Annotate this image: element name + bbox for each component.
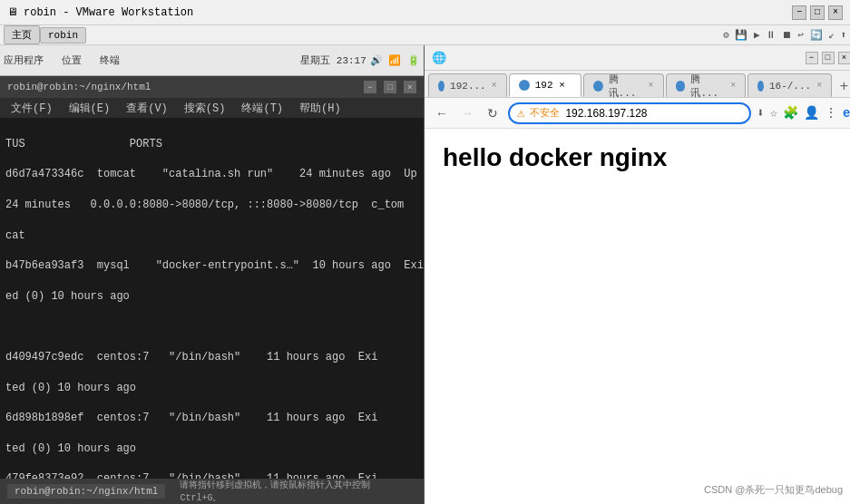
reload-button[interactable]: ↻ [483,103,503,123]
terminal-line: d6d7a473346c tomcat "catalina.sh run" 24… [5,167,418,182]
browser-icon-left: 🌐 [432,51,446,65]
terminal-menu-terminal[interactable]: 终端(T) [234,99,290,118]
forward-button[interactable]: → [457,103,477,123]
terminal-menu-file[interactable]: 文件(F) [4,99,60,118]
more-icon[interactable]: ⋮ [825,105,837,121]
datetime-display: 星期五 23:17 [300,53,366,67]
tab-close-1[interactable]: × [492,81,497,91]
terminal-menu-search[interactable]: 搜索(S) [177,99,233,118]
tab-favicon-1 [438,81,445,92]
address-bar-wrapper[interactable]: ⚠ 不安全 [508,102,751,124]
terminal-titlebar-right: − □ × [364,81,416,93]
terminal-menu-view[interactable]: 查看(V) [119,99,175,118]
browser-tab-2[interactable]: 192 × [509,73,581,97]
app-menu-items: 应用程序 位置 终端 [4,53,120,67]
vmware-titlebar-right: − □ × [792,5,843,20]
terminal-line: cat [5,228,418,244]
tab-label-5: 16-/... [769,81,811,92]
terminal-line: TUS PORTS NAMES [5,137,418,152]
terminal-menu-edit[interactable]: 编辑(E) [62,99,118,118]
browser-tab-1[interactable]: 192... × [428,73,507,97]
browser-right-icons: ⬇ ☆ 🧩 👤 ⋮ e [757,105,850,121]
tab-label-4: 腾讯... [690,73,725,100]
tab-label-1: 192... [450,81,486,92]
security-warning-icon: ⚠ [517,105,524,121]
tab-close-3[interactable]: × [649,81,654,91]
terminal-menu-help[interactable]: 帮助(H) [292,99,348,118]
terminal-line: ted (0) 10 hours ago c1 [5,381,418,396]
bookmark-icon[interactable]: ☆ [770,105,777,121]
terminal-line: ted (0) 10 hours ago c2 [5,441,418,457]
tab-favicon-2 [519,80,530,91]
tab-label-3: 腾讯... [609,73,643,100]
browser-titlebar-right: − □ × [806,52,850,64]
security-warning-text: 不安全 [530,106,560,120]
download-icon[interactable]: ⬇ [757,105,764,121]
terminal-minimize[interactable]: − [364,81,376,93]
terminal-line: 6d898b1898ef centos:7 "/bin/bash" 11 hou… [5,411,418,426]
tab-favicon-4 [676,81,686,92]
terminal-tab-label[interactable]: robin@robin:~/nginx/html [7,484,165,499]
left-toolbar: 应用程序 位置 终端 星期五 23:17 🔊 📶 🔋 [0,45,424,76]
terminal-line [5,319,418,334]
browser-tab-3[interactable]: 腾讯... × [583,73,664,97]
tab-favicon-3 [593,81,603,92]
browser-tab-5[interactable]: 16-/... × [747,73,832,97]
terminal-title: robin@robin:~/nginx/html [7,82,151,92]
browser-tab-4[interactable]: 腾讯... × [666,73,747,97]
terminal-statusbar: robin@robin:~/nginx/html 请将指针移到虚拟机，请按鼠标指… [0,479,424,504]
tab-favicon-5 [757,81,764,92]
terminal-body[interactable]: TUS PORTS NAMES d6d7a473346c tomcat "cat… [0,118,424,479]
terminal-menubar: 文件(F) 编辑(E) 查看(V) 搜索(S) 终端(T) 帮助(H) [0,98,424,118]
terminal-line: b47b6ea93af3 mysql "docker-entrypoint.s…… [5,258,418,274]
close-btn[interactable]: × [828,5,843,20]
vmware-title: robin - VMware Workstation [24,6,193,19]
browser-tabs: 192... × 192 × 腾讯... × 腾讯... × [425,71,850,98]
browser-content: hello docker nginx [425,129,850,504]
browser-maximize[interactable]: □ [822,52,835,64]
minimize-btn[interactable]: − [792,5,806,20]
terminal-close[interactable]: × [404,81,416,93]
vmware-titlebar: 🖥 robin - VMware Workstation − □ × [0,0,850,25]
extensions-icon[interactable]: 🧩 [783,105,798,121]
browser-titlebar-left: 🌐 [432,51,446,65]
terminal-panel: 应用程序 位置 终端 星期五 23:17 🔊 📶 🔋 robin@robin:~… [0,45,425,504]
tab-close-4[interactable]: × [730,81,736,91]
browser-minimize[interactable]: − [806,52,818,64]
system-tray: 🔊 📶 🔋 [370,54,420,66]
terminal-line: 24 minutes 0.0.0.0:8080->8080/tcp, :::80… [5,198,418,213]
new-tab-button[interactable]: + [834,75,850,97]
vmware-titlebar-left: 🖥 robin - VMware Workstation [7,5,193,19]
vmware-app-icon: 🖥 [7,5,18,19]
address-input[interactable] [565,107,742,120]
watermark: CSDN @杀死一只知更鸟debug [704,483,843,497]
terminal-line: 479fe8373e92 centos:7 "/bin/bash" 11 hou… [5,471,418,479]
tab-close-5[interactable]: × [816,81,822,91]
back-button[interactable]: ← [432,103,452,123]
tab-label-2: 192 × [535,80,565,91]
terminal-line: ed (0) 10 hours ago c_mysq [5,289,418,305]
maximize-btn[interactable]: □ [810,5,825,20]
terminal-titlebar: robin@robin:~/nginx/html − □ × [0,76,424,98]
browser-addressbar: ← → ↻ ⚠ 不安全 ⬇ ☆ 🧩 👤 ⋮ e [425,98,850,129]
browser-close-btn[interactable]: × [838,52,850,64]
vmware-toolbar-icons: ⚙ 💾 ▶ ⏸ ⏹ ↩ 🔄 ↙ ⬆ [723,29,846,41]
terminal-line: d409497c9edc centos:7 "/bin/bash" 11 hou… [5,350,418,365]
vmware-menubar: 主页 robin ⚙ 💾 ▶ ⏸ ⏹ ↩ 🔄 ↙ ⬆ [0,25,850,45]
terminal-hint: 请将指针移到虚拟机，请按鼠标指针入其中控制 Ctrl+G。 [180,479,416,504]
page-heading: hello docker nginx [443,143,840,172]
vmware-menu-home[interactable]: 主页 [4,25,40,44]
vmware-menu-robin[interactable]: robin [40,27,86,44]
browser-panel: 🌐 − □ × 192... × 192 × [425,45,850,504]
browser-titlebar: 🌐 − □ × [425,45,850,71]
terminal-maximize[interactable]: □ [384,81,396,93]
profile-icon[interactable]: 👤 [804,105,819,121]
edge-icon: e [843,106,850,121]
